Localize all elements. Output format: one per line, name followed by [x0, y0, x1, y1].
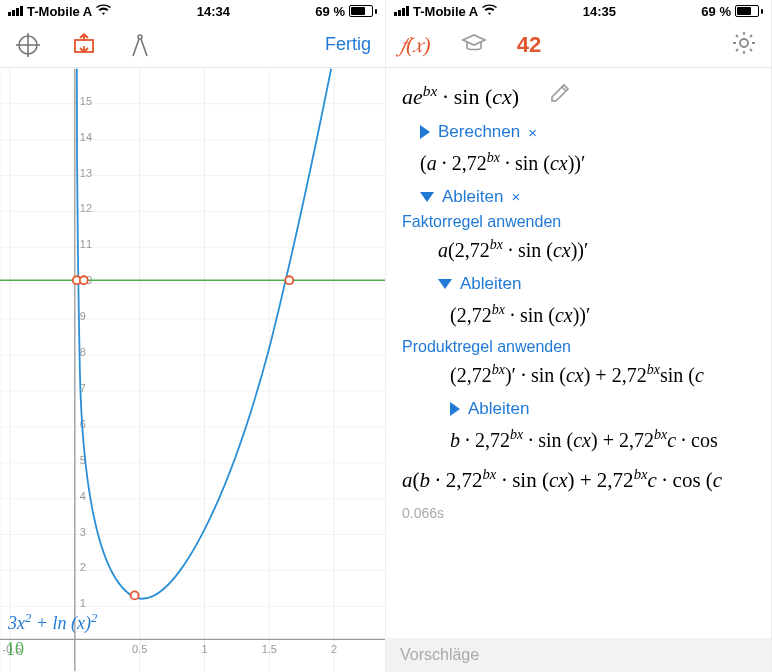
svg-text:1.5: 1.5: [262, 643, 277, 655]
svg-text:11: 11: [80, 238, 92, 250]
battery-percent: 69 %: [315, 4, 345, 19]
graph-toolbar: Fertig: [0, 22, 385, 68]
step-derive-3[interactable]: Ableiten: [450, 399, 761, 419]
graph-screen: T-Mobile A 14:34 69 % Fertig: [0, 0, 386, 672]
battery-percent: 69 %: [701, 4, 731, 19]
step-derive-2[interactable]: Ableiten: [438, 274, 761, 294]
close-icon[interactable]: ×: [511, 188, 520, 205]
clock-label: 14:34: [197, 4, 230, 19]
svg-text:1: 1: [201, 643, 207, 655]
wifi-icon: [96, 4, 111, 19]
svg-text:12: 12: [80, 202, 92, 214]
svg-text:1: 1: [80, 597, 86, 609]
svg-point-52: [131, 591, 139, 599]
edit-icon[interactable]: [549, 82, 571, 110]
svg-point-50: [80, 276, 88, 284]
svg-point-51: [285, 276, 293, 284]
svg-text:3: 3: [80, 526, 86, 538]
function-expression[interactable]: 3x2 + ln (x)2: [8, 611, 97, 634]
svg-text:15: 15: [80, 95, 92, 107]
svg-line-54: [562, 87, 566, 91]
graph-canvas[interactable]: 123 456 789 101112 131415 -0.50.511.52 3…: [0, 68, 385, 672]
done-button[interactable]: Fertig: [325, 34, 371, 55]
expand-right-icon: [450, 402, 460, 416]
close-icon[interactable]: ×: [528, 124, 537, 141]
cas-screen: T-Mobile A 14:35 69 % 𝑓(𝑥) 42 aebx · sin…: [386, 0, 772, 672]
tab-numeric[interactable]: 42: [517, 32, 541, 58]
step-derive-2-label: Ableiten: [460, 274, 521, 294]
svg-text:13: 13: [80, 167, 92, 179]
factor-rule-expression: a(2,72bx · sin (cx))′: [438, 235, 761, 264]
cas-body: aebx · sin (cx) Berechnen × (a · 2,72bx …: [386, 68, 771, 638]
step-compute[interactable]: Berechnen ×: [420, 122, 761, 142]
expand-right-icon: [420, 125, 430, 139]
battery-icon: [349, 5, 377, 17]
compass-icon[interactable]: [126, 31, 154, 59]
derive-3-expression: b · 2,72bx · sin (cx) + 2,72bxc · cos: [450, 425, 761, 454]
svg-point-4: [138, 35, 142, 39]
step-derive[interactable]: Ableiten ×: [420, 187, 761, 207]
tab-learn-icon[interactable]: [461, 33, 487, 56]
target-icon[interactable]: [14, 31, 42, 59]
svg-text:9: 9: [80, 310, 86, 322]
svg-point-53: [740, 39, 748, 47]
svg-text:8: 8: [80, 346, 86, 358]
signal-icon: [8, 6, 23, 16]
wifi-icon: [482, 4, 497, 19]
clock-label: 14:35: [583, 4, 616, 19]
signal-icon: [394, 6, 409, 16]
suggestions-bar[interactable]: Vorschläge: [386, 638, 771, 672]
tab-fx[interactable]: 𝑓(𝑥): [400, 32, 431, 58]
factor-rule-label[interactable]: Faktorregel anwenden: [402, 213, 761, 231]
settings-button[interactable]: [731, 30, 757, 59]
svg-text:0.5: 0.5: [132, 643, 147, 655]
product-rule-label[interactable]: Produktregel anwenden: [402, 338, 761, 356]
expand-down-icon: [438, 279, 452, 289]
derive-2-expression: (2,72bx · sin (cx))′: [450, 300, 761, 329]
step-compute-label: Berechnen: [438, 122, 520, 142]
carrier-label: T-Mobile A: [413, 4, 478, 19]
step-derive-3-label: Ableiten: [468, 399, 529, 419]
move-axes-icon[interactable]: [70, 31, 98, 59]
svg-text:4: 4: [80, 490, 86, 502]
product-rule-expression: (2,72bx)′ · sin (cx) + 2,72bxsin (c: [450, 360, 761, 389]
status-bar: T-Mobile A 14:34 69 %: [0, 0, 385, 22]
compute-expression: (a · 2,72bx · sin (cx))′: [420, 148, 761, 177]
svg-text:2: 2: [331, 643, 337, 655]
battery-icon: [735, 5, 763, 17]
cas-toolbar: 𝑓(𝑥) 42: [386, 22, 771, 68]
svg-text:14: 14: [80, 131, 92, 143]
expand-down-icon: [420, 192, 434, 202]
step-derive-label: Ableiten: [442, 187, 503, 207]
final-expression: a(b · 2,72bx · sin (cx) + 2,72bxc · cos …: [402, 464, 761, 495]
status-bar: T-Mobile A 14:35 69 %: [386, 0, 771, 22]
svg-text:2: 2: [80, 561, 86, 573]
slider-value[interactable]: 10: [6, 639, 24, 660]
carrier-label: T-Mobile A: [27, 4, 92, 19]
input-expression[interactable]: aebx · sin (cx): [402, 82, 519, 110]
timing-label: 0.066s: [402, 505, 761, 521]
